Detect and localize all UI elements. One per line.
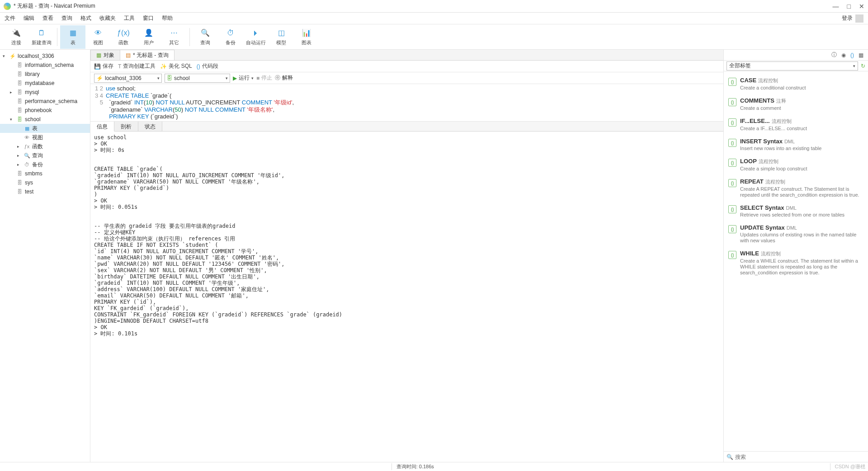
braces-icon[interactable]: (): [850, 52, 854, 58]
tb-model[interactable]: ◫模型: [269, 25, 294, 49]
menu-query[interactable]: 查询: [61, 14, 72, 22]
autorun-icon: ⏵: [251, 28, 261, 38]
nav-view[interactable]: 👁视图: [0, 133, 90, 142]
connection-select[interactable]: ⚡localhost_3306▾: [94, 74, 162, 83]
nav-db-performance_schema[interactable]: 🗄performance_schema: [0, 97, 90, 106]
watermark: CSDN @珊楒: [830, 463, 868, 470]
main-toolbar: 🔌连接🗒新建查询▦表👁视图ƒ(x)函数👤用户⋯其它🔍查询⏱备份⏵自动运行◫模型📊…: [0, 24, 868, 50]
tb-new-query[interactable]: 🗒新建查询: [29, 25, 54, 49]
tab-objects[interactable]: ▦对象: [90, 50, 120, 60]
tb-autorun[interactable]: ⏵自动运行: [243, 25, 269, 49]
play-icon: ▶: [233, 75, 237, 81]
nav-func[interactable]: ▸ƒx函数: [0, 142, 90, 151]
login-link[interactable]: 登录: [842, 14, 853, 22]
menu-format[interactable]: 格式: [80, 14, 91, 22]
new-query-icon: 🗒: [37, 28, 47, 38]
menu-edit[interactable]: 编辑: [24, 14, 34, 22]
snippet-loop[interactable]: ()LOOP流程控制Create a simple loop construct: [726, 155, 866, 175]
minimize-button[interactable]: —: [833, 3, 839, 10]
tb-table[interactable]: ▦表: [60, 25, 85, 49]
nav-db-information_schema[interactable]: 🗄information_schema: [0, 61, 90, 70]
stop-button[interactable]: ■停止: [256, 74, 272, 82]
snippet-select-syntax[interactable]: ()SELECT SyntaxDMLRetrieve rows selected…: [726, 202, 866, 221]
title-bar: * 无标题 - 查询 - Navicat Premium — □ ✕: [0, 0, 868, 13]
list-icon[interactable]: ▦: [859, 52, 863, 58]
snippet-case[interactable]: ()CASE流程控制Create a conditional construct: [726, 74, 866, 94]
snippet-repeat[interactable]: ()REPEAT流程控制Create A REPEAT construct. T…: [726, 175, 866, 202]
snippet-icon: (): [728, 159, 736, 167]
refresh-icon[interactable]: ↻: [861, 63, 865, 69]
window-title: * 无标题 - 查询 - Navicat Premium: [14, 2, 833, 10]
tb-connect[interactable]: 🔌连接: [4, 25, 29, 49]
nav-connection[interactable]: ▾⚡localhost_3306: [0, 52, 90, 61]
menu-tool[interactable]: 工具: [124, 14, 135, 22]
menu-window[interactable]: 窗口: [143, 14, 154, 22]
snippet-panel: ⓘ ◉ () ▦ 全部标签▾ ↻ ()CASE流程控制Create a cond…: [723, 50, 868, 462]
database-select[interactable]: 🗄school▾: [165, 74, 230, 83]
other-icon: ⋯: [169, 28, 179, 38]
snippet-update-syntax[interactable]: ()UPDATE SyntaxDMLUpdates columns of exi…: [726, 221, 866, 247]
db-icon: 🗄: [167, 75, 172, 81]
info-icon[interactable]: ⓘ: [831, 51, 837, 59]
nav-view-icon: 👁: [24, 134, 30, 141]
snippet-comments[interactable]: ()COMMENTS注释Create a comment: [726, 94, 866, 115]
tag-filter-select[interactable]: 全部标签▾: [726, 61, 858, 71]
query-time: 查询时间: 0.186s: [392, 463, 439, 470]
snippet-icon: (): [728, 179, 736, 187]
tb-view[interactable]: 👁视图: [85, 25, 111, 49]
eye-icon[interactable]: ◉: [841, 52, 846, 58]
nav-db-school[interactable]: ▾🗄school: [0, 115, 90, 124]
nav-query[interactable]: ▸🔍查询: [0, 151, 90, 160]
query-builder-button[interactable]: T查询创建工具: [118, 62, 156, 70]
result-tab-status[interactable]: 状态: [138, 122, 162, 131]
nav-db-smbms[interactable]: 🗄smbms: [0, 169, 90, 178]
menu-fav[interactable]: 收藏夹: [99, 14, 116, 22]
tb-other[interactable]: ⋯其它: [161, 25, 187, 49]
explain-button[interactable]: ⓔ解释: [275, 74, 293, 82]
snippet-while[interactable]: ()WHILE流程控制Create a WHILE construct. The…: [726, 247, 866, 279]
save-button[interactable]: 💾保存: [94, 62, 113, 70]
plug-icon: ⚡: [96, 75, 103, 81]
nav-query-icon: 🔍: [24, 152, 30, 159]
result-output[interactable]: use school > OK > 时间: 0s CREATE TABLE `g…: [90, 132, 723, 462]
beautify-icon: ✨: [160, 63, 167, 70]
status-bar: 查询时间: 0.186s CSDN @珊楒: [0, 462, 868, 471]
nav-tree[interactable]: ▾⚡localhost_3306🗄information_schema🗄libr…: [0, 50, 90, 462]
result-tab-info[interactable]: 信息: [90, 122, 114, 132]
nav-table[interactable]: ▦表: [0, 124, 90, 133]
snippet-icon: (): [728, 251, 736, 259]
tab-query[interactable]: ▤* 无标题 - 查询: [120, 50, 175, 60]
tb-user[interactable]: 👤用户: [136, 25, 161, 49]
snippet-icon: (): [728, 225, 736, 233]
close-button[interactable]: ✕: [859, 3, 864, 10]
snippet-button[interactable]: ()代码段: [197, 62, 218, 70]
menu-help[interactable]: 帮助: [162, 14, 173, 22]
menu-file[interactable]: 文件: [5, 14, 15, 22]
maximize-button[interactable]: □: [847, 3, 851, 10]
snippet-insert-syntax[interactable]: ()INSERT SyntaxDMLInsert new rows into a…: [726, 135, 866, 155]
tb-backup[interactable]: ⏱备份: [218, 25, 243, 49]
objects-icon: ▦: [96, 52, 101, 58]
tb-chart[interactable]: 📊图表: [294, 25, 319, 49]
nav-db-phonebook[interactable]: 🗄phonebook: [0, 106, 90, 115]
snippet-if-else-[interactable]: ()IF...ELSE...流程控制Create a IF...ELSE... …: [726, 115, 866, 135]
snippet-search-input[interactable]: [735, 454, 865, 460]
run-button[interactable]: ▶运行▾: [233, 74, 254, 82]
tb-query[interactable]: 🔍查询: [193, 25, 218, 49]
nav-backup[interactable]: ▸⏱备份: [0, 160, 90, 169]
beautify-button[interactable]: ✨美化 SQL: [160, 62, 192, 70]
nav-db-test[interactable]: 🗄test: [0, 187, 90, 196]
nav-db-test-icon: 🗄: [16, 188, 23, 195]
avatar-icon[interactable]: [855, 14, 863, 23]
nav-db-mysql[interactable]: ▸🗄mysql: [0, 88, 90, 97]
snippet-icon: (): [197, 63, 200, 70]
backup-icon: ⏱: [226, 28, 236, 38]
result-tab-profile[interactable]: 剖析: [114, 122, 138, 131]
menu-view[interactable]: 查看: [42, 14, 53, 22]
sql-editor[interactable]: 1 2 3 4 5 use school; CREATE TABLE `grad…: [90, 84, 723, 122]
editor-tabs: ▦对象 ▤* 无标题 - 查询: [90, 50, 723, 61]
nav-db-library[interactable]: 🗄library: [0, 70, 90, 79]
nav-db-sys[interactable]: 🗄sys: [0, 178, 90, 187]
tb-func[interactable]: ƒ(x)函数: [111, 25, 136, 49]
nav-db-mydatabase[interactable]: 🗄mydatabase: [0, 79, 90, 88]
